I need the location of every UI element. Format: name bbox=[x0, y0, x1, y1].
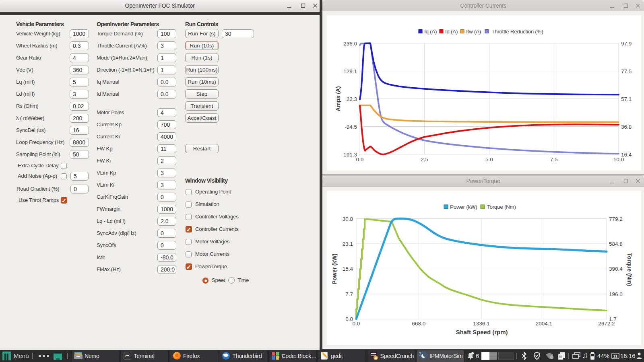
svg-text:Shaft Speed (rpm): Shaft Speed (rpm) bbox=[456, 329, 508, 335]
svg-text:36.8: 36.8 bbox=[621, 124, 632, 130]
svg-text:Throttle Reduction (%): Throttle Reduction (%) bbox=[491, 29, 543, 35]
svg-text:7.7: 7.7 bbox=[345, 291, 353, 297]
svg-text:236.0: 236.0 bbox=[343, 41, 357, 47]
svg-text:23.1: 23.1 bbox=[343, 241, 353, 247]
svg-text:Id (A): Id (A) bbox=[445, 29, 458, 35]
svg-text:22.3: 22.3 bbox=[347, 96, 357, 102]
svg-text:Amps (A): Amps (A) bbox=[335, 86, 341, 111]
svg-text:668.0: 668.0 bbox=[412, 321, 426, 327]
svg-text:57.1: 57.1 bbox=[621, 96, 632, 102]
svg-text:390.4: 390.4 bbox=[609, 266, 623, 272]
svg-text:15.4: 15.4 bbox=[343, 266, 353, 272]
svg-text:0.0: 0.0 bbox=[353, 321, 360, 327]
svg-text:2672.2: 2672.2 bbox=[598, 321, 615, 327]
svg-text:30.8: 30.8 bbox=[343, 216, 353, 222]
svg-text:Power (kW): Power (kW) bbox=[331, 253, 338, 284]
svg-text:Power (kW): Power (kW) bbox=[450, 204, 477, 210]
svg-text:97.9: 97.9 bbox=[621, 41, 632, 47]
svg-text:1336.1: 1336.1 bbox=[473, 321, 489, 327]
svg-text:2.5: 2.5 bbox=[421, 156, 428, 162]
svg-text:-84.5: -84.5 bbox=[345, 124, 357, 130]
svg-text:584.8: 584.8 bbox=[609, 241, 623, 247]
svg-text:-191.3: -191.3 bbox=[342, 152, 357, 158]
svg-text:10.0: 10.0 bbox=[613, 156, 624, 162]
svg-text:5.0: 5.0 bbox=[485, 156, 493, 162]
svg-text:779.2: 779.2 bbox=[609, 216, 623, 222]
svg-text:0.0: 0.0 bbox=[345, 316, 353, 322]
svg-text:Torque (Nm): Torque (Nm) bbox=[626, 253, 633, 286]
svg-text:2004.1: 2004.1 bbox=[536, 321, 552, 327]
svg-text:Torque (Nm): Torque (Nm) bbox=[487, 204, 516, 210]
svg-text:Ifw (A): Ifw (A) bbox=[466, 29, 481, 35]
svg-text:7.5: 7.5 bbox=[550, 156, 558, 162]
svg-text:zz: zz bbox=[613, 354, 617, 358]
svg-text:Iq (A): Iq (A) bbox=[424, 29, 437, 35]
svg-text:77.5: 77.5 bbox=[621, 68, 632, 74]
svg-text:0.0: 0.0 bbox=[356, 156, 364, 162]
svg-text:129.1: 129.1 bbox=[343, 68, 357, 74]
svg-text:196.0: 196.0 bbox=[609, 291, 623, 297]
